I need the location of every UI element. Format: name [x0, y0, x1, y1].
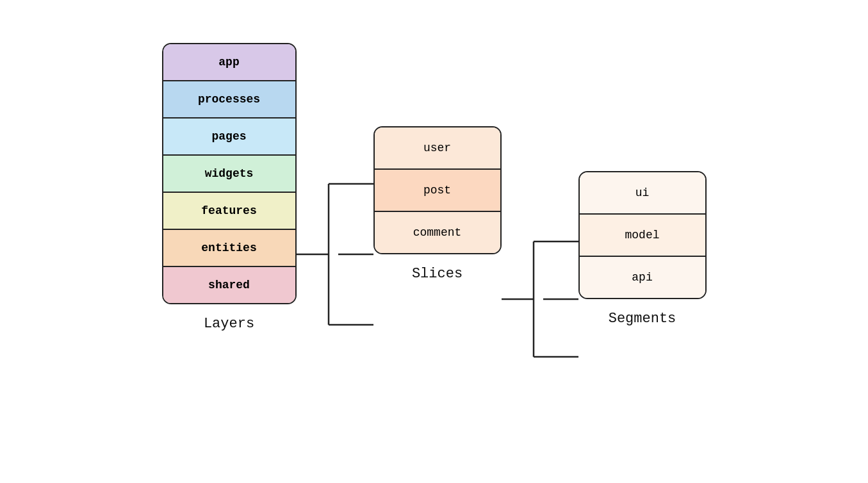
layer-processes: processes — [163, 81, 295, 119]
slices-section: user post comment Slices — [373, 126, 502, 282]
layers-box: app processes pages widgets features ent… — [162, 43, 297, 304]
segment-model: model — [580, 215, 705, 257]
segments-section: ui model api Segments — [578, 171, 707, 327]
slices-box: user post comment — [373, 126, 502, 254]
segments-label: Segments — [609, 311, 676, 327]
slice-user: user — [375, 127, 500, 170]
layer-pages: pages — [163, 119, 295, 156]
slices-label: Slices — [412, 266, 463, 282]
layer-entities: entities — [163, 230, 295, 267]
segments-box: ui model api — [578, 171, 707, 299]
layer-features: features — [163, 193, 295, 230]
segment-api: api — [580, 257, 705, 298]
layers-label: Layers — [204, 316, 254, 332]
segment-ui: ui — [580, 172, 705, 215]
layer-shared: shared — [163, 267, 295, 303]
layers-to-slices-connector — [297, 145, 373, 466]
slice-comment: comment — [375, 212, 500, 253]
layers-section: app processes pages widgets features ent… — [162, 43, 297, 332]
layer-app: app — [163, 44, 295, 81]
diagram: app processes pages widgets features ent… — [162, 17, 707, 466]
layer-widgets: widgets — [163, 156, 295, 193]
slices-to-segments-connector — [502, 229, 578, 370]
slice-post: post — [375, 170, 500, 212]
